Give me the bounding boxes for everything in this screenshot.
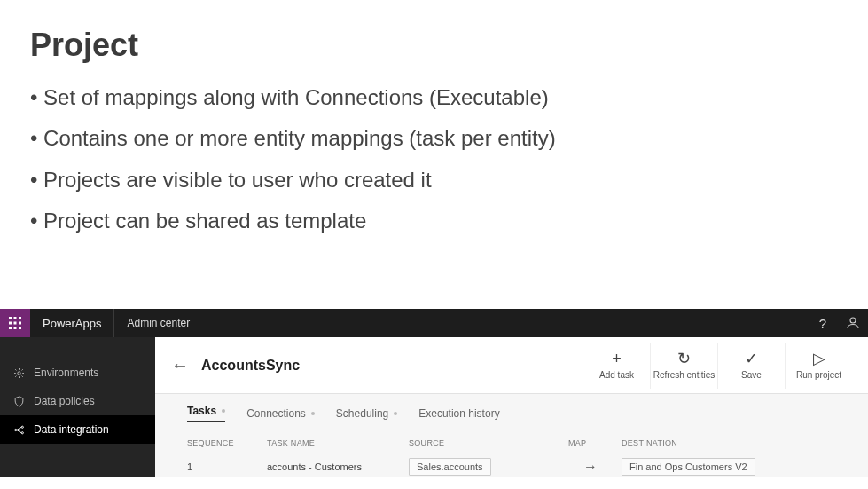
sidebar-item-data-policies[interactable]: Data policies <box>0 387 155 415</box>
check-icon: ✓ <box>745 351 758 367</box>
user-avatar-icon[interactable] <box>838 309 868 337</box>
dot-icon <box>394 412 397 415</box>
back-button[interactable]: ← <box>171 355 189 375</box>
col-header: SEQUENCE <box>187 438 258 447</box>
col-header: MAP <box>568 438 613 447</box>
svg-rect-4 <box>14 322 17 325</box>
dot-icon <box>311 412 315 415</box>
action-bar: ← AccountsSync + Add task ↻ Refresh enti… <box>155 337 868 394</box>
svg-point-13 <box>21 431 23 433</box>
svg-rect-8 <box>19 327 21 329</box>
svg-rect-1 <box>14 317 17 319</box>
brand-label[interactable]: PowerApps <box>30 309 114 337</box>
sidebar-item-data-integration[interactable]: Data integration <box>0 415 155 444</box>
action-label: Run project <box>796 370 841 380</box>
dot-icon <box>222 409 225 413</box>
bullet-item: Projects are visible to user who created… <box>30 166 838 194</box>
action-label: Save <box>741 370 762 380</box>
tab-tasks[interactable]: Tasks <box>187 405 225 422</box>
main-panel: ← AccountsSync + Add task ↻ Refresh enti… <box>155 337 868 477</box>
bullet-list: Set of mappings along with Connections (… <box>30 83 838 236</box>
svg-point-12 <box>21 426 23 428</box>
tasks-table: SEQUENCE TASK NAME SOURCE MAP DESTINATIO… <box>155 430 868 483</box>
plus-icon: + <box>612 351 622 367</box>
source-chip[interactable]: Sales.accounts <box>409 458 491 476</box>
svg-point-10 <box>17 371 20 374</box>
cell-sequence: 1 <box>187 461 258 472</box>
app-screenshot: PowerApps Admin center ? Environments Da… <box>0 309 868 477</box>
gear-icon <box>12 367 25 379</box>
tab-label: Scheduling <box>336 407 388 420</box>
tab-label: Connections <box>246 407 306 420</box>
slide-region: Project Set of mappings along with Conne… <box>0 0 868 236</box>
run-project-button[interactable]: ▷ Run project <box>785 343 852 389</box>
destination-chip[interactable]: Fin and Ops.Customers V2 <box>622 458 755 476</box>
action-label: Add task <box>599 370 634 380</box>
col-header: DESTINATION <box>622 438 781 447</box>
refresh-entities-button[interactable]: ↻ Refresh entities <box>650 343 717 389</box>
tab-scheduling[interactable]: Scheduling <box>336 405 397 422</box>
shield-icon <box>12 395 25 407</box>
slide-title: Project <box>30 27 838 64</box>
svg-rect-7 <box>14 327 17 329</box>
save-button[interactable]: ✓ Save <box>717 343 785 389</box>
sidebar: Environments Data policies Data integrat… <box>0 337 155 477</box>
bullet-item: Set of mappings along with Connections (… <box>30 83 838 112</box>
svg-rect-6 <box>9 327 12 329</box>
bullet-item: Project can be shared as template <box>30 207 838 235</box>
help-icon[interactable]: ? <box>808 309 838 337</box>
action-label: Refresh entities <box>653 370 715 380</box>
table-header: SEQUENCE TASK NAME SOURCE MAP DESTINATIO… <box>187 435 836 451</box>
waffle-icon[interactable] <box>0 309 30 337</box>
integration-icon <box>12 423 25 436</box>
svg-point-11 <box>14 429 16 430</box>
bullet-item: Contains one or more entity mappings (ta… <box>30 124 838 153</box>
tab-bar: Tasks Connections Scheduling Execution h… <box>155 394 868 430</box>
top-bar: PowerApps Admin center ? <box>0 309 868 337</box>
svg-rect-5 <box>19 322 21 325</box>
tab-label: Execution history <box>418 407 499 420</box>
tab-execution-history[interactable]: Execution history <box>418 405 499 422</box>
table-row[interactable]: 1 accounts - Customers Sales.accounts → … <box>187 451 836 483</box>
sidebar-item-label: Data integration <box>34 423 109 436</box>
svg-rect-0 <box>9 317 12 319</box>
sidebar-item-label: Environments <box>34 367 98 379</box>
project-title: AccountsSync <box>201 358 300 374</box>
col-header: SOURCE <box>409 438 559 447</box>
play-icon: ▷ <box>813 351 825 367</box>
refresh-icon: ↻ <box>677 351 691 367</box>
svg-point-9 <box>850 318 856 323</box>
arrow-icon: → <box>568 459 613 475</box>
tab-connections[interactable]: Connections <box>246 405 315 422</box>
sidebar-item-environments[interactable]: Environments <box>0 359 155 387</box>
svg-rect-3 <box>9 322 12 325</box>
col-header: TASK NAME <box>267 438 400 447</box>
sidebar-item-label: Data policies <box>34 395 95 407</box>
svg-rect-2 <box>19 317 21 319</box>
tab-label: Tasks <box>187 405 216 417</box>
add-task-button[interactable]: + Add task <box>583 343 650 389</box>
section-label[interactable]: Admin center <box>114 317 202 329</box>
cell-task-name: accounts - Customers <box>267 461 400 472</box>
